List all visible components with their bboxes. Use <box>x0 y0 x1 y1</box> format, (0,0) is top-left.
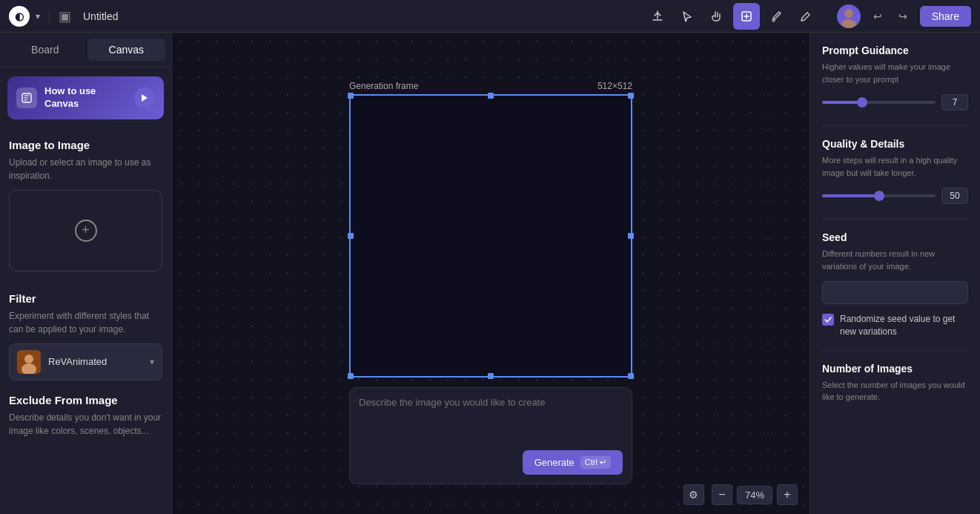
document-title[interactable]: Untitled <box>83 10 118 22</box>
filter-avatar <box>17 350 41 374</box>
handle-lm[interactable] <box>348 233 354 239</box>
quality-title: Quality & Details <box>822 138 968 150</box>
filter-chevron-icon: ▾ <box>150 357 154 367</box>
exclude-title: Exclude From Image <box>0 383 171 411</box>
prompt-guidance-thumb[interactable] <box>857 97 867 108</box>
handle-tl[interactable] <box>348 93 354 99</box>
app-logo: ◐ <box>9 6 30 27</box>
frame-size-text: 512×512 <box>597 81 632 91</box>
svg-point-6 <box>24 355 33 363</box>
tab-board[interactable]: Board <box>6 39 85 61</box>
play-button[interactable] <box>134 88 155 108</box>
prompt-guidance-track[interactable] <box>822 101 936 104</box>
frame-label-text: Generation frame <box>349 81 418 91</box>
frame-label-row: Generation frame 512×512 <box>349 81 632 91</box>
num-images-title: Number of Images <box>822 363 968 375</box>
prompt-guidance-slider-row: 7 <box>822 94 968 111</box>
seed-section: Seed Different numbers result in new var… <box>822 231 968 338</box>
export-tool[interactable] <box>644 3 671 30</box>
hand-tool[interactable] <box>703 3 730 30</box>
svg-point-3 <box>841 19 856 28</box>
filter-section: Filter Experiment with different styles … <box>0 282 171 383</box>
quality-section: Quality & Details More steps will result… <box>822 138 968 204</box>
quality-fill <box>822 194 879 197</box>
quality-value: 50 <box>941 188 968 204</box>
brush-tool[interactable] <box>763 3 789 30</box>
prompt-guidance-fill <box>822 101 862 104</box>
handle-tm[interactable] <box>488 93 494 99</box>
topbar: ◐ ▾ ▣ Untitled <box>0 0 980 33</box>
share-button[interactable]: Share <box>920 6 971 27</box>
left-sidebar: Board Canvas How to use Canvas Image to … <box>0 33 172 514</box>
num-images-section: Number of Images Select the number of im… <box>822 363 968 403</box>
redo-button[interactable]: ↪ <box>892 5 914 27</box>
seed-title: Seed <box>822 231 968 243</box>
divider-2 <box>822 219 968 220</box>
main-area: Board Canvas How to use Canvas Image to … <box>0 33 980 514</box>
divider-3 <box>822 350 968 351</box>
svg-point-2 <box>844 9 853 18</box>
image-to-image-section: Image to Image Upload or select an image… <box>0 128 171 282</box>
topbar-right: ↩ ↪ Share <box>837 4 971 28</box>
randomize-label: Randomize seed value to get new variatio… <box>840 313 968 338</box>
randomize-checkbox[interactable] <box>822 314 834 326</box>
quality-slider-row: 50 <box>822 188 968 204</box>
panel-toggle[interactable]: ▣ <box>59 8 71 24</box>
pen-tool[interactable] <box>792 3 819 30</box>
num-images-desc: Select the number of images you would li… <box>822 379 968 403</box>
randomize-seed-row: Randomize seed value to get new variatio… <box>822 313 968 338</box>
exclude-desc: Describe details you don't want in your … <box>0 411 171 445</box>
zoom-in-button[interactable]: + <box>777 484 798 505</box>
toolbar <box>644 3 819 30</box>
generation-frame-wrapper: Generation frame 512×512 <box>349 81 632 378</box>
generation-frame[interactable] <box>349 94 632 378</box>
prompt-box: Generate Ctrl ↵ <box>349 387 632 484</box>
svg-point-1 <box>772 19 775 22</box>
quality-thumb[interactable] <box>874 191 884 201</box>
filter-desc: Experiment with different styles that ca… <box>0 309 171 343</box>
logo-chevron[interactable]: ▾ <box>36 11 40 22</box>
handle-tr[interactable] <box>628 93 634 99</box>
plus-icon: + <box>75 220 97 242</box>
tab-canvas[interactable]: Canvas <box>87 39 166 61</box>
handle-bl[interactable] <box>348 373 354 379</box>
generate-shortcut: Ctrl ↵ <box>580 456 611 469</box>
handle-br[interactable] <box>628 373 634 379</box>
prompt-actions: Generate Ctrl ↵ <box>359 450 623 475</box>
canvas-settings-button[interactable]: ⚙ <box>683 484 704 505</box>
handle-rm[interactable] <box>628 233 634 239</box>
filter-name: ReVAnimated <box>48 356 142 367</box>
filter-title: Filter <box>0 282 171 309</box>
image-to-image-desc: Upload or select an image to use as insp… <box>0 156 171 190</box>
zoom-out-button[interactable]: − <box>712 484 732 505</box>
generate-label: Generate <box>534 457 575 468</box>
how-to-label: How to use Canvas <box>44 85 127 111</box>
how-to-card[interactable]: How to use Canvas <box>7 76 164 119</box>
handle-bm[interactable] <box>488 373 494 379</box>
select-tool[interactable] <box>674 3 701 30</box>
seed-desc: Different numbers result in new variatio… <box>822 248 968 272</box>
upload-area[interactable]: + <box>9 190 162 271</box>
right-panel: Prompt Guidance Higher values will make … <box>810 33 980 514</box>
undo-button[interactable]: ↩ <box>867 5 889 27</box>
quality-track[interactable] <box>822 194 936 197</box>
sidebar-tabs: Board Canvas <box>0 33 171 67</box>
prompt-guidance-title: Prompt Guidance <box>822 45 968 56</box>
generate-button[interactable]: Generate Ctrl ↵ <box>523 450 623 475</box>
zoom-controls: ⚙ − 74% + <box>683 484 798 505</box>
prompt-guidance-desc: Higher values will make your image close… <box>822 61 968 85</box>
seed-input[interactable] <box>822 281 968 304</box>
canvas-area[interactable]: Generation frame 512×512 Generate Ctrl ↵ <box>172 33 810 514</box>
generate-tool-btn[interactable] <box>733 3 760 30</box>
divider-1 <box>822 125 968 126</box>
avatar[interactable] <box>837 4 861 28</box>
how-to-icon <box>16 88 37 108</box>
undo-redo-group: ↩ ↪ <box>867 5 914 27</box>
zoom-level: 74% <box>737 486 772 504</box>
exclude-section: Exclude From Image Describe details you … <box>0 383 171 445</box>
prompt-input[interactable] <box>359 397 623 441</box>
prompt-guidance-value: 7 <box>941 94 968 111</box>
filter-dropdown[interactable]: ReVAnimated ▾ <box>9 343 162 380</box>
prompt-guidance-section: Prompt Guidance Higher values will make … <box>822 45 968 111</box>
quality-desc: More steps will result in a high quality… <box>822 154 968 179</box>
